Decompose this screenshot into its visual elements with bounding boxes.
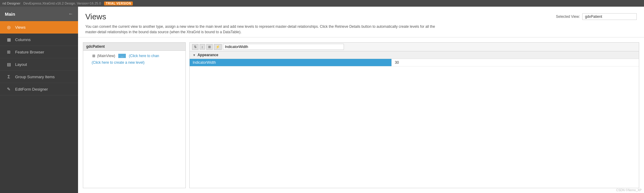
sidebar-label-feature-browser: Feature Browser bbox=[15, 50, 44, 54]
header-left: Views You can convert the current view t… bbox=[85, 12, 556, 35]
props-table: ▼ Appearance IndicatorWidth 30 bbox=[190, 51, 639, 188]
header-right: Selected View: bbox=[556, 12, 637, 20]
indicator-width-row[interactable]: IndicatorWidth 30 bbox=[190, 59, 639, 66]
sidebar-label-editform: EditForm Designer bbox=[15, 87, 48, 92]
group-summary-icon: Σ bbox=[6, 74, 11, 79]
create-new-level-link[interactable]: (Click here to create a new level) bbox=[83, 59, 185, 66]
page-description: You can convert the current view to anot… bbox=[85, 24, 448, 35]
indicator-width-name: IndicatorWidth bbox=[190, 59, 392, 66]
tree-panel: gdcPatient ⊞ (MainView) ... (Click here … bbox=[83, 42, 186, 188]
selected-view-input[interactable] bbox=[582, 13, 637, 20]
sidebar-item-group-summary[interactable]: Σ Group Summary Items bbox=[0, 71, 78, 83]
back-icon[interactable]: ← bbox=[68, 11, 73, 17]
content-area: Views You can convert the current view t… bbox=[78, 7, 644, 193]
grid-icon: ⊞ bbox=[92, 54, 95, 58]
layout-icon: ▤ bbox=[6, 62, 11, 67]
sidebar: Main ← ◎ Views ▦ Columns ⊞ Feature Brows… bbox=[0, 7, 78, 193]
top-bar: nd Designer DevExpress.XtraGrid.v16.2 De… bbox=[0, 0, 644, 7]
sidebar-label-group-summary: Group Summary Items bbox=[15, 75, 55, 79]
sidebar-item-views[interactable]: ◎ Views bbox=[0, 21, 78, 34]
main-layout: Main ← ◎ Views ▦ Columns ⊞ Feature Brows… bbox=[0, 7, 644, 193]
props-toolbar: ⇅ ↕ ⊞ ⚡ bbox=[190, 43, 639, 51]
app-title: nd Designer bbox=[2, 2, 20, 5]
highlight-button[interactable]: ... bbox=[118, 54, 126, 58]
events-button[interactable]: ⚡ bbox=[214, 44, 222, 50]
sidebar-label-views: Views bbox=[15, 25, 25, 30]
sidebar-title: Main bbox=[5, 11, 15, 17]
sidebar-item-layout[interactable]: ▤ Layout bbox=[0, 58, 78, 71]
version-text: DevExpress.XtraGrid.v16.2 Design. Versio… bbox=[23, 2, 101, 5]
feature-browser-icon: ⊞ bbox=[6, 50, 11, 54]
indicator-width-value[interactable]: 30 bbox=[392, 59, 639, 66]
sidebar-header: Main ← bbox=[0, 7, 78, 21]
tree-content: ⊞ (MainView) ... (Click here to chan (Cl… bbox=[83, 51, 185, 188]
watermark: CSDN ©Nemo_XP bbox=[616, 188, 642, 192]
tree-main-view-row: ⊞ (MainView) ... (Click here to chan bbox=[83, 53, 185, 59]
content-body: gdcPatient ⊞ (MainView) ... (Click here … bbox=[78, 37, 644, 193]
sidebar-item-feature-browser[interactable]: ⊞ Feature Browser bbox=[0, 46, 78, 58]
grid-view-button[interactable]: ⊞ bbox=[206, 44, 213, 50]
selected-view-label: Selected View: bbox=[556, 14, 580, 19]
page-title: Views bbox=[85, 12, 556, 21]
tree-panel-header: gdcPatient bbox=[83, 43, 185, 51]
sort-cat-button[interactable]: ⇅ bbox=[192, 44, 198, 50]
sidebar-label-columns: Columns bbox=[15, 37, 31, 42]
click-to-change-link[interactable]: (Click here to chan bbox=[129, 54, 159, 58]
appearance-section-header[interactable]: ▼ Appearance bbox=[190, 51, 639, 59]
sort-alpha-button[interactable]: ↕ bbox=[200, 44, 205, 50]
sidebar-item-editform-designer[interactable]: ✎ EditForm Designer bbox=[0, 83, 78, 95]
props-search-input[interactable] bbox=[223, 44, 344, 50]
sidebar-item-columns[interactable]: ▦ Columns bbox=[0, 34, 78, 46]
trial-badge: TRIAL VERSION bbox=[104, 2, 133, 5]
main-view-label: (MainView) bbox=[97, 54, 115, 58]
content-header: Views You can convert the current view t… bbox=[78, 7, 644, 37]
sidebar-label-layout: Layout bbox=[15, 62, 27, 67]
columns-icon: ▦ bbox=[6, 37, 11, 42]
appearance-section-label: Appearance bbox=[198, 53, 218, 57]
editform-icon: ✎ bbox=[6, 87, 11, 92]
section-toggle-icon: ▼ bbox=[193, 53, 196, 57]
views-icon: ◎ bbox=[6, 25, 11, 30]
props-panel: ⇅ ↕ ⊞ ⚡ ▼ Appearance IndicatorWidth 30 bbox=[189, 42, 639, 188]
